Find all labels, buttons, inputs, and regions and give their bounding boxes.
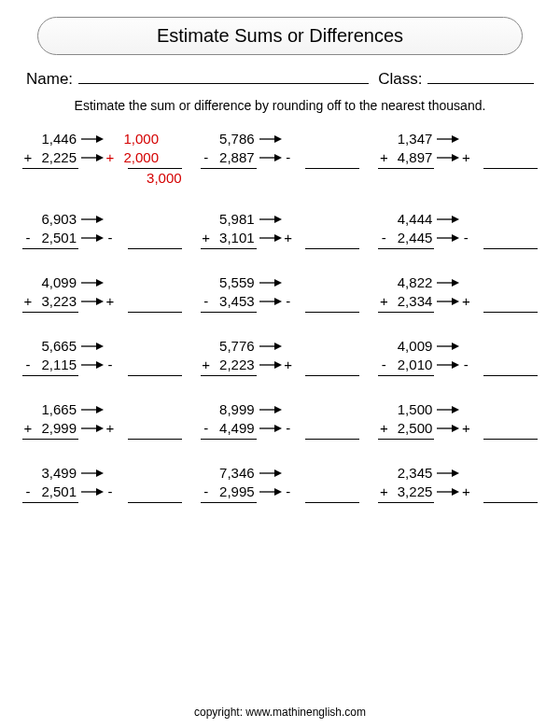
- rounded-a[interactable]: [116, 473, 159, 474]
- operator: +: [22, 419, 34, 438]
- arrow-icon: [435, 232, 459, 244]
- rounded-b[interactable]: [116, 428, 159, 429]
- svg-marker-3: [96, 154, 104, 161]
- arrow-icon: [79, 133, 104, 145]
- rule-line-right: [305, 248, 359, 249]
- svg-marker-33: [452, 279, 459, 287]
- problem: 5,776 + 2,223 +: [201, 337, 360, 376]
- operator: -: [201, 483, 212, 501]
- svg-marker-37: [96, 343, 104, 350]
- svg-marker-53: [274, 406, 282, 413]
- arrow-icon: [435, 404, 459, 415]
- arrow-icon: [79, 468, 104, 479]
- rounded-a[interactable]: [294, 410, 337, 411]
- arrow-icon: [79, 232, 104, 244]
- rounded-a[interactable]: [294, 139, 337, 140]
- rounded-b[interactable]: [294, 158, 337, 159]
- arrow-icon: [79, 341, 104, 352]
- operand-b: 3,223: [34, 292, 78, 311]
- example-answer: 3,000: [139, 169, 182, 186]
- operand-a: 1,446: [34, 130, 78, 148]
- rule-line-left: [22, 375, 78, 376]
- rounded-b[interactable]: [471, 365, 514, 366]
- problem: 1,665 + 2,999 +: [22, 400, 182, 440]
- rounded-b[interactable]: [471, 492, 514, 493]
- operator-2: -: [105, 356, 116, 374]
- rule-line-left: [201, 312, 257, 313]
- operand-a: 5,665: [34, 337, 78, 356]
- rounded-b[interactable]: [471, 301, 514, 302]
- rounded-a[interactable]: [471, 139, 514, 140]
- svg-marker-51: [96, 425, 104, 432]
- rule-line-left: [378, 248, 434, 249]
- operand-a: 4,099: [34, 273, 78, 292]
- svg-marker-23: [452, 234, 459, 242]
- rounded-a[interactable]: [294, 473, 337, 474]
- arrow-icon: [258, 296, 282, 307]
- arrow-icon: [79, 277, 104, 288]
- rounded-a[interactable]: [471, 410, 514, 411]
- operator: +: [22, 148, 34, 167]
- operator-2: -: [283, 483, 294, 501]
- rounded-a[interactable]: [116, 410, 159, 411]
- rounded-b[interactable]: [116, 238, 159, 239]
- rounded-b[interactable]: [471, 158, 514, 159]
- svg-marker-15: [96, 234, 104, 242]
- arrow-icon: [258, 277, 282, 288]
- rounded-a[interactable]: [294, 346, 337, 347]
- rounded-a[interactable]: [116, 219, 159, 220]
- operand-b: 3,225: [389, 483, 434, 501]
- arrow-icon: [79, 359, 104, 371]
- arrow-icon: [258, 486, 282, 497]
- rounded-a[interactable]: [294, 283, 337, 284]
- operator-2: -: [283, 148, 294, 167]
- rule-line-left: [201, 439, 257, 440]
- svg-marker-67: [274, 488, 282, 496]
- rounded-a[interactable]: [471, 219, 514, 220]
- rounded-a[interactable]: [116, 283, 159, 284]
- rounded-b[interactable]: [294, 238, 337, 239]
- rounded-b[interactable]: [294, 301, 337, 302]
- rounded-b[interactable]: [471, 428, 514, 429]
- class-input-line[interactable]: [427, 68, 534, 84]
- rule-line-right: [483, 439, 538, 440]
- arrow-icon: [258, 404, 282, 415]
- rule-line-right: [128, 312, 182, 313]
- operand-b: 2,223: [212, 356, 257, 374]
- rounded-b[interactable]: [471, 238, 514, 239]
- svg-marker-27: [96, 298, 104, 305]
- svg-marker-63: [96, 488, 104, 496]
- rule-line-right: [305, 312, 359, 313]
- operator: -: [22, 483, 34, 501]
- rounded-a[interactable]: [116, 346, 159, 347]
- rounded-a: 1,000: [116, 130, 159, 149]
- svg-marker-39: [96, 361, 104, 369]
- arrow-icon: [258, 133, 282, 145]
- rule-line-left: [201, 375, 257, 376]
- rounded-a[interactable]: [471, 283, 514, 284]
- rounded-b[interactable]: [116, 301, 159, 302]
- svg-marker-59: [452, 425, 459, 432]
- meta-row: Name: Class:: [21, 68, 539, 89]
- rule-line-right: [483, 502, 538, 503]
- operand-b: 2,334: [389, 292, 434, 311]
- rounded-b[interactable]: [116, 492, 159, 493]
- instruction-text: Estimate the sum or difference by roundi…: [21, 98, 539, 113]
- operand-b: 3,453: [212, 292, 257, 311]
- rounded-b[interactable]: [116, 365, 159, 366]
- arrow-icon: [435, 214, 459, 225]
- problem: 2,345 + 3,225 +: [378, 464, 538, 503]
- operator: -: [201, 419, 212, 438]
- rounded-a[interactable]: [294, 219, 337, 220]
- rounded-b[interactable]: [294, 365, 337, 366]
- rounded-b[interactable]: [294, 492, 337, 493]
- rounded-a[interactable]: [471, 473, 514, 474]
- svg-marker-61: [96, 469, 104, 477]
- rounded-a[interactable]: [471, 346, 514, 347]
- rounded-b[interactable]: [294, 428, 337, 429]
- operand-b: 2,887: [212, 148, 257, 167]
- name-input-line[interactable]: [78, 68, 369, 84]
- problem: 5,665 - 2,115 -: [22, 337, 182, 376]
- arrow-icon: [258, 214, 282, 225]
- operand-a: 4,822: [389, 273, 434, 292]
